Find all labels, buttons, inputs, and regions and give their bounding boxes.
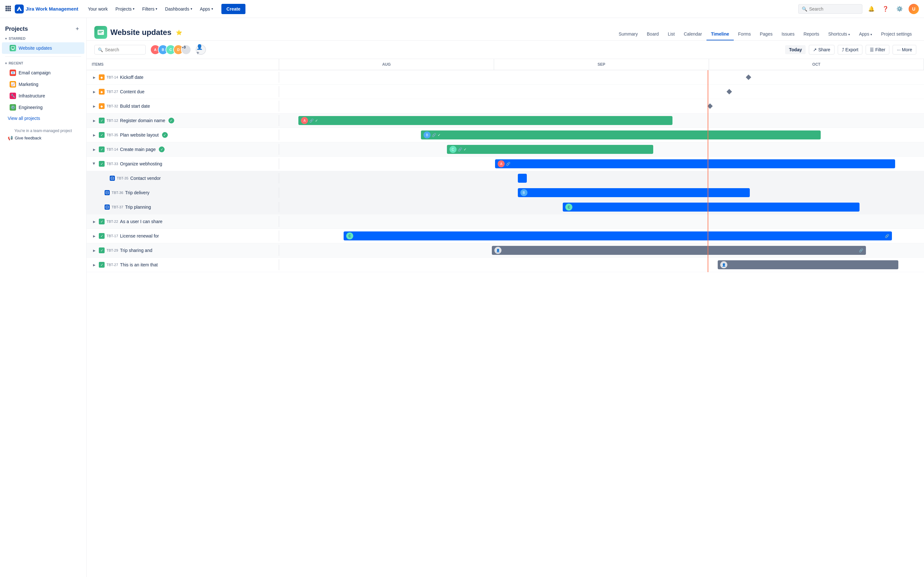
items-cell: ▶ ◆ TBT-14 Kickoff date [87,72,279,83]
tab-reports[interactable]: Reports [799,28,824,40]
tab-shortcuts[interactable]: Shortcuts ▾ [824,28,855,40]
table-row[interactable]: ▶ ✓ TBT-14 Create main page ✓ C 🔗 ✓ [87,142,924,157]
avatar-count[interactable]: +3 [181,45,191,55]
task-bar[interactable]: C 🔗 ✓ [447,145,653,154]
expand-button[interactable]: ▶ [92,248,97,253]
help-icon[interactable]: ❓ [880,4,891,14]
sidebar-item-email-campaign[interactable]: 📧 Email campaign [2,67,84,79]
settings-icon[interactable]: ⚙️ [895,4,905,14]
task-bar[interactable]: C 🔗 [344,231,892,240]
create-button[interactable]: Create [221,4,246,14]
brand-logo[interactable]: Jira Work Management [15,5,78,13]
table-row[interactable]: ▶ ✓ TBT-33 Organize webhosting A 🔗 [87,157,924,171]
nav-dashboards[interactable]: Dashboards ▾ [162,5,195,13]
expand-button[interactable]: ▶ [92,132,97,137]
table-row[interactable]: TBT-37 Trip planning C [87,200,924,214]
assignee-avatar: C [449,146,457,153]
check-icon: ✓ [464,147,467,152]
expand-button[interactable]: ▶ [92,219,97,224]
check-icon: ✓ [315,119,318,123]
check-circle-icon: ✓ [159,147,165,152]
table-row[interactable]: ▶ ✓ TBT-35 Plan website layout ✓ B 🔗 ✓ [87,128,924,142]
feedback-button[interactable]: 📢 Give feedback [5,133,81,143]
task-bar[interactable]: C [563,203,859,211]
avatars-group: A B C D +3 [150,45,191,55]
sidebar-item-marketing[interactable]: 📈 Marketing [2,79,84,90]
expand-button[interactable]: ▶ [92,75,97,80]
table-row[interactable]: ▶ ✓ TBT-27 This is an item that 👤 [87,258,924,272]
expand-button[interactable]: ▶ [92,234,97,239]
add-project-button[interactable]: + [73,25,81,33]
task-check-icon: ✓ [99,247,105,253]
expand-button[interactable]: ▶ [92,118,97,123]
sidebar-item-website-updates[interactable]: Website updates [2,42,84,54]
user-avatar[interactable]: U [909,4,919,14]
filter-button[interactable]: ☰ Filter [866,45,889,55]
tab-forms[interactable]: Forms [734,28,756,40]
nav-filters[interactable]: Filters ▾ [139,5,160,13]
export-button[interactable]: ⤴ Export [838,45,863,55]
table-row[interactable]: ▶ ✓ TBT-17 License renewal for C 🔗 [87,229,924,243]
expand-button[interactable]: ▶ [92,262,97,268]
gantt-timeline-row: C 🔗 [279,229,924,243]
share-button[interactable]: ↗ Share [809,45,834,55]
star-icon[interactable]: ⭐ [176,29,182,35]
expand-button[interactable]: ▶ [92,161,97,166]
table-row[interactable]: ▶ ✓ TBT-29 Trip sharing and 👤 🔗 [87,243,924,258]
expand-button[interactable]: ▶ [92,89,97,94]
task-bar[interactable] [518,174,527,183]
expand-button[interactable]: ▶ [92,103,97,109]
items-cell: ▶ ◆ TBT-27 Content due [87,86,279,97]
table-row[interactable]: TBT-36 Trip delivery B [87,185,924,200]
tab-calendar[interactable]: Calendar [679,28,706,40]
task-bar[interactable]: 👤 [718,260,898,269]
tab-apps[interactable]: Apps ▾ [855,28,877,40]
nav-projects[interactable]: Projects ▾ [112,5,138,13]
sidebar-item-engineering[interactable]: ⚙️ Engineering [2,102,84,113]
tab-board[interactable]: Board [642,28,663,40]
table-row[interactable]: TBT-35 Contact vendor [87,171,924,185]
table-row[interactable]: ▶ ◆ TBT-14 Kickoff date [87,70,924,85]
assignee-avatar: C [565,203,572,211]
sidebar-recent-section[interactable]: ▾ RECENT [0,59,86,67]
gantt-container[interactable]: Items AUG SEP OCT [87,59,924,577]
more-button[interactable]: ··· More [893,45,916,55]
sidebar-starred-section[interactable]: ▾ STARRED [0,35,86,42]
sidebar-item-infrastructure[interactable]: 🔧 Infrastructure [2,90,84,102]
task-bar[interactable]: A 🔗 ✓ [298,116,672,125]
table-row[interactable]: ▶ ◆ TBT-27 Content due [87,85,924,99]
timeline-search[interactable]: 🔍 [94,45,145,55]
svg-rect-3 [5,8,7,9]
global-search[interactable]: 🔍 [798,4,863,14]
table-row[interactable]: ▶ ✓ TBT-12 Register domain name ✓ A 🔗 ✓ [87,113,924,128]
tab-issues[interactable]: Issues [777,28,799,40]
table-row[interactable]: ▶ ✓ TBT-22 As a user I can share [87,214,924,229]
notifications-icon[interactable]: 🔔 [866,4,877,14]
view-all-projects[interactable]: View all projects [0,113,86,123]
today-button[interactable]: Today [785,45,806,54]
link-icon: 🔗 [458,147,462,152]
nav-your-work[interactable]: Your work [85,5,111,13]
tab-pages[interactable]: Pages [755,28,777,40]
nav-apps[interactable]: Apps ▾ [197,5,216,13]
tab-project-settings[interactable]: Project settings [877,28,916,40]
gantt-timeline-row: B 🔗 ✓ [279,128,924,142]
task-bar[interactable]: B 🔗 ✓ [421,131,821,139]
expand-button[interactable]: ▶ [92,147,97,152]
sidebar-item-label: Engineering [19,105,43,110]
timeline-search-input[interactable] [105,47,142,52]
task-bar[interactable]: 👤 🔗 [492,246,866,255]
gantt-header: Items AUG SEP OCT [87,59,924,70]
project-title: Website updates [110,28,171,37]
tab-summary[interactable]: Summary [614,28,642,40]
table-row[interactable]: ▶ ◆ TBT-32 Build start date [87,99,924,113]
svg-rect-1 [7,6,9,7]
tab-list[interactable]: List [663,28,679,40]
search-input[interactable] [809,6,859,11]
task-bar[interactable]: B [518,188,750,197]
task-bar[interactable]: A 🔗 [495,159,895,168]
add-user-button[interactable]: 👤+ [196,45,206,55]
grid-icon[interactable] [5,5,11,12]
top-nav: Jira Work Management Your work Projects … [0,0,924,18]
tab-timeline[interactable]: Timeline [706,28,734,40]
